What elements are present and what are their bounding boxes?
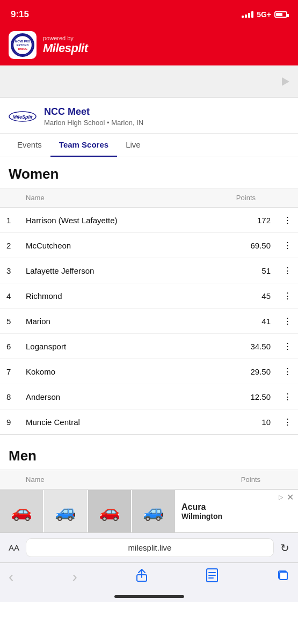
men-section: Men Name Points bbox=[0, 439, 298, 489]
share-button[interactable] bbox=[136, 568, 148, 586]
men-section-title: Men bbox=[0, 439, 298, 470]
powered-by-label: powered by bbox=[43, 35, 88, 41]
svg-text:BEYOND: BEYOND bbox=[17, 43, 29, 47]
table-header-row: Name Points bbox=[0, 188, 298, 208]
rank-cell: 8 bbox=[0, 384, 19, 409]
points-cell: 45 bbox=[197, 283, 277, 309]
more-options-icon[interactable]: ⋮ bbox=[277, 208, 298, 233]
men-points-header: Points bbox=[124, 470, 282, 489]
aa-button[interactable]: AA bbox=[9, 543, 19, 552]
rank-cell: 3 bbox=[0, 258, 19, 283]
more-options-icon[interactable]: ⋮ bbox=[277, 309, 298, 334]
bottom-nav: ‹ › bbox=[0, 562, 298, 593]
app-logo: MOVE PRO BEYOND TIMING bbox=[9, 31, 37, 59]
svg-text:MOVE PRO: MOVE PRO bbox=[15, 40, 30, 43]
more-options-icon[interactable]: ⋮ bbox=[277, 334, 298, 359]
home-bar bbox=[114, 595, 184, 598]
name-cell: Lafayette Jefferson bbox=[19, 258, 197, 283]
ad-brand: Acura bbox=[181, 502, 292, 512]
table-row[interactable]: 3 Lafayette Jefferson 51 ⋮ bbox=[0, 258, 298, 283]
more-options-icon[interactable]: ⋮ bbox=[277, 283, 298, 309]
rank-cell: 1 bbox=[0, 208, 19, 233]
more-header bbox=[277, 188, 298, 208]
ad-car-4: 🚙 bbox=[132, 490, 175, 533]
table-row[interactable]: 1 Harrison (West Lafayette) 172 ⋮ bbox=[0, 208, 298, 233]
name-cell: Logansport bbox=[19, 334, 197, 359]
status-bar: 9:15 5G+ bbox=[0, 0, 298, 27]
rank-cell: 2 bbox=[0, 233, 19, 258]
ad-banner-bottom[interactable]: 🚗 🚙 🚗 🚙 Acura Wilmington ▷ ✕ bbox=[0, 489, 298, 532]
app-header-text: powered by Milesplit bbox=[43, 35, 88, 55]
men-name-header: Name bbox=[19, 470, 124, 489]
tab-events[interactable]: Events bbox=[9, 134, 50, 157]
name-cell: Marion bbox=[19, 309, 197, 334]
more-options-icon[interactable]: ⋮ bbox=[277, 258, 298, 283]
table-row[interactable]: 2 McCutcheon 69.50 ⋮ bbox=[0, 233, 298, 258]
rank-cell: 9 bbox=[0, 409, 19, 435]
more-options-icon[interactable]: ⋮ bbox=[277, 359, 298, 384]
ad-car-1: 🚗 bbox=[0, 490, 43, 533]
table-row[interactable]: 7 Kokomo 29.50 ⋮ bbox=[0, 359, 298, 384]
men-rank-header bbox=[0, 470, 19, 489]
bookmarks-button[interactable] bbox=[206, 568, 218, 586]
app-logo-text: MOVE PRO BEYOND TIMING bbox=[11, 33, 34, 57]
rank-cell: 4 bbox=[0, 283, 19, 309]
table-row[interactable]: 5 Marion 41 ⋮ bbox=[0, 309, 298, 334]
name-cell: Harrison (West Lafayette) bbox=[19, 208, 197, 233]
points-cell: 34.50 bbox=[197, 334, 277, 359]
more-options-icon[interactable]: ⋮ bbox=[277, 409, 298, 435]
points-cell: 12.50 bbox=[197, 384, 277, 409]
name-cell: Anderson bbox=[19, 384, 197, 409]
name-cell: Kokomo bbox=[19, 359, 197, 384]
ad-location: Wilmington bbox=[181, 512, 292, 521]
table-row[interactable]: 8 Anderson 12.50 ⋮ bbox=[0, 384, 298, 409]
name-cell: Richmond bbox=[19, 283, 197, 309]
svg-rect-13 bbox=[280, 572, 287, 580]
svg-text:TIMING: TIMING bbox=[18, 47, 27, 50]
points-cell: 29.50 bbox=[197, 359, 277, 384]
points-cell: 69.50 bbox=[197, 233, 277, 258]
home-indicator bbox=[0, 593, 298, 602]
status-icons: 5G+ bbox=[242, 10, 287, 19]
tabs-bar: Events Team Scores Live bbox=[0, 134, 298, 157]
ad-area-top bbox=[0, 65, 298, 98]
rank-cell: 6 bbox=[0, 334, 19, 359]
tab-live[interactable]: Live bbox=[117, 134, 149, 157]
meet-info: MileSplit NCC Meet Marion High School • … bbox=[0, 98, 298, 134]
milesplit-logo: Milesplit bbox=[43, 41, 88, 55]
rank-header bbox=[0, 188, 19, 208]
more-options-icon[interactable]: ⋮ bbox=[277, 384, 298, 409]
app-header: MOVE PRO BEYOND TIMING powered by Milesp… bbox=[0, 27, 298, 65]
men-table-header-row: Name Points bbox=[0, 470, 298, 489]
more-options-icon[interactable]: ⋮ bbox=[277, 233, 298, 258]
men-more-header bbox=[282, 470, 298, 489]
ad-car-3: 🚗 bbox=[88, 490, 131, 533]
women-scores-table: Name Points 1 Harrison (West Lafayette) … bbox=[0, 188, 298, 435]
rank-cell: 7 bbox=[0, 359, 19, 384]
ad-icon: ▷ bbox=[279, 494, 283, 501]
tabs-button[interactable] bbox=[277, 569, 289, 585]
ad-x[interactable]: ✕ bbox=[287, 492, 294, 502]
ad-play-icon bbox=[282, 77, 289, 86]
url-bar[interactable]: milesplit.live bbox=[26, 538, 274, 557]
rank-cell: 5 bbox=[0, 309, 19, 334]
milesplit-badge: MileSplit bbox=[9, 111, 37, 122]
men-scores-table: Name Points bbox=[0, 470, 298, 489]
back-button[interactable]: ‹ bbox=[9, 568, 13, 586]
signal-bars-icon bbox=[242, 11, 253, 18]
svg-text:MileSplit: MileSplit bbox=[12, 114, 33, 120]
name-header: Name bbox=[19, 188, 197, 208]
name-cell: McCutcheon bbox=[19, 233, 197, 258]
points-cell: 41 bbox=[197, 309, 277, 334]
points-cell: 10 bbox=[197, 409, 277, 435]
table-row[interactable]: 4 Richmond 45 ⋮ bbox=[0, 283, 298, 309]
tab-team-scores[interactable]: Team Scores bbox=[50, 134, 117, 157]
table-row[interactable]: 9 Muncie Central 10 ⋮ bbox=[0, 409, 298, 435]
table-row[interactable]: 6 Logansport 34.50 ⋮ bbox=[0, 334, 298, 359]
reload-button[interactable]: ↻ bbox=[280, 541, 289, 554]
network-label: 5G+ bbox=[257, 10, 271, 19]
forward-button[interactable]: › bbox=[72, 568, 77, 586]
meet-details: NCC Meet Marion High School • Marion, IN bbox=[44, 106, 143, 127]
browser-bar: AA milesplit.live ↻ bbox=[0, 532, 298, 562]
points-cell: 51 bbox=[197, 258, 277, 283]
